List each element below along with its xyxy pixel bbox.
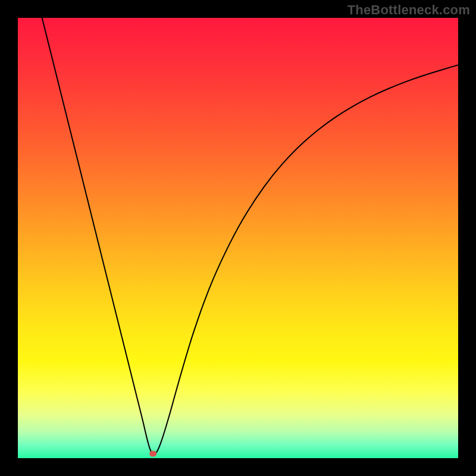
optimal-point-marker: [149, 451, 156, 457]
chart-svg: [18, 18, 458, 458]
plot-area: [18, 18, 458, 458]
chart-background: [18, 18, 458, 458]
chart-frame: TheBottleneck.com: [0, 0, 476, 476]
watermark-text: TheBottleneck.com: [347, 2, 470, 18]
